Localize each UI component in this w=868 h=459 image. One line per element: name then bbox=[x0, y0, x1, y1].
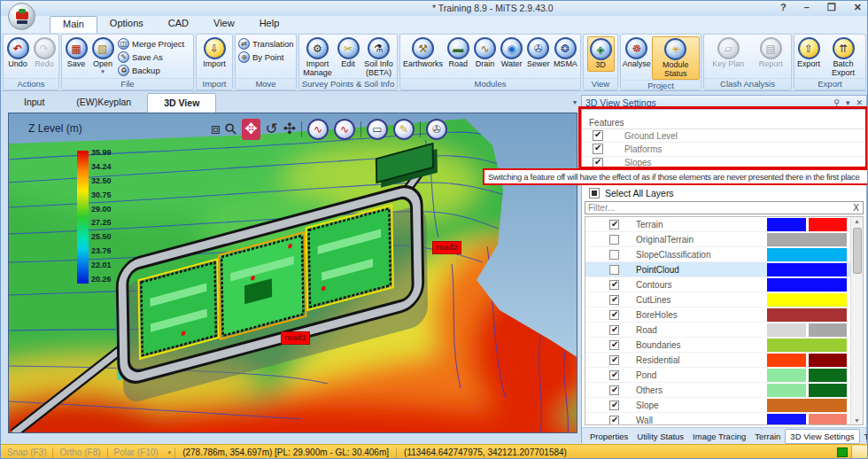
drain-button[interactable]: ∿ Drain bbox=[471, 36, 498, 70]
tab-properties[interactable]: Properties bbox=[585, 430, 632, 443]
tab-3d-view-settings[interactable]: 3D View Settings bbox=[785, 429, 859, 444]
layer-filter-input[interactable]: Filter... X bbox=[585, 201, 864, 214]
3d-button[interactable]: ◈ 3D bbox=[587, 36, 615, 72]
zoom-icon[interactable]: ⚲ bbox=[226, 119, 236, 140]
color-swatch[interactable] bbox=[767, 399, 847, 412]
tab-3d-view[interactable]: 3D View bbox=[147, 93, 216, 113]
open-dropdown-icon[interactable]: ▾ bbox=[101, 69, 105, 74]
batch-export-button[interactable]: ⇈ Batch Export bbox=[822, 36, 864, 78]
color-swatch[interactable] bbox=[767, 369, 806, 382]
menu-tab-help[interactable]: Help bbox=[247, 16, 292, 33]
tab-terrain[interactable]: Terrain bbox=[750, 430, 785, 443]
earthworks-button[interactable]: ⚒ Earthworks bbox=[401, 36, 445, 70]
tab-tracing[interactable]: Tracing bbox=[860, 430, 868, 443]
layer-row-slopeclassification[interactable]: SlopeClassification bbox=[585, 247, 863, 262]
color-swatch[interactable] bbox=[767, 354, 806, 367]
tab-image-tracing[interactable]: Image Tracing bbox=[688, 430, 750, 443]
contour-a-icon[interactable]: ∿ bbox=[307, 119, 329, 140]
close-button[interactable]: ✕ bbox=[854, 2, 862, 13]
help-button[interactable]: ? bbox=[780, 2, 787, 13]
layer-row-boreholes[interactable]: BoreHoles bbox=[585, 307, 863, 323]
translation-button[interactable]: ⇄ Translation bbox=[238, 38, 294, 50]
layer-list-scrollbar[interactable]: ▲ ▼ bbox=[850, 217, 863, 424]
color-swatch[interactable] bbox=[809, 323, 848, 337]
open-button[interactable]: ▧ Open ▾ bbox=[89, 36, 116, 74]
layer-row-residential[interactable]: Residential bbox=[585, 353, 863, 368]
restore-button[interactable]: ❐ bbox=[827, 2, 836, 13]
color-swatch[interactable] bbox=[767, 414, 806, 426]
zoom-extents-icon[interactable]: ✣ bbox=[283, 119, 296, 140]
slopes-checkbox[interactable] bbox=[593, 158, 603, 168]
soil-info-button[interactable]: ⚗ Soil Info (BETA) bbox=[361, 36, 396, 78]
crop-icon[interactable]: ▭ bbox=[367, 119, 388, 140]
menu-tab-view[interactable]: View bbox=[201, 16, 247, 33]
layer-row-contours[interactable]: Contours bbox=[585, 277, 863, 292]
menu-tab-options[interactable]: Options bbox=[97, 16, 156, 33]
color-swatch[interactable] bbox=[767, 323, 806, 337]
snapshot-icon[interactable]: ✇ bbox=[426, 119, 447, 140]
color-swatch[interactable] bbox=[767, 293, 847, 307]
color-swatch[interactable] bbox=[767, 233, 847, 246]
by-point-button[interactable]: ⊕ By Point bbox=[238, 51, 294, 63]
menu-tab-cad[interactable]: CAD bbox=[156, 16, 201, 33]
scrollbar-thumb[interactable] bbox=[853, 228, 862, 274]
color-swatch[interactable] bbox=[767, 384, 806, 397]
annotate-icon[interactable]: ✎ bbox=[393, 119, 415, 140]
layer-row-originalterrain[interactable]: OriginalTerrain bbox=[585, 232, 863, 247]
collapse-icon[interactable]: ▾ bbox=[846, 98, 850, 107]
tab-overflow-icon[interactable]: ▾ bbox=[573, 93, 577, 113]
color-swatch[interactable] bbox=[809, 354, 848, 367]
import-manage-button[interactable]: ⚙ Import Manage bbox=[300, 36, 335, 78]
key-plan-button[interactable]: ▱ Key Plan bbox=[710, 36, 746, 70]
color-swatch[interactable] bbox=[767, 278, 847, 292]
layer-row-others[interactable]: Others bbox=[585, 383, 863, 398]
layer-row-terrain[interactable]: Terrain bbox=[585, 217, 863, 232]
module-status-button[interactable]: ✳ Module Status bbox=[652, 36, 700, 80]
rotate-icon[interactable]: ↺ bbox=[266, 119, 278, 140]
feature-row-ground-level[interactable]: Ground Level bbox=[582, 129, 866, 143]
color-swatch[interactable] bbox=[767, 263, 847, 276]
select-all-layers-row[interactable]: Select All Layers bbox=[582, 186, 866, 199]
backup-button[interactable]: ♻ Backup bbox=[118, 65, 184, 76]
layer-row-slope[interactable]: Slope bbox=[585, 398, 863, 413]
color-swatch[interactable] bbox=[809, 414, 848, 426]
feature-row-platforms[interactable]: Platforms bbox=[582, 143, 866, 156]
sewer-button[interactable]: ✇ Sewer bbox=[525, 36, 552, 70]
undo-button[interactable]: ↶ Undo bbox=[4, 36, 31, 70]
ortho-toggle[interactable]: Ortho (F8) bbox=[53, 447, 106, 457]
color-swatch[interactable] bbox=[767, 248, 847, 261]
save-as-button[interactable]: ✎ Save As bbox=[118, 51, 184, 63]
contour-b-icon[interactable]: ∿ bbox=[334, 119, 355, 140]
merge-project-button[interactable]: ◫ Merge Project bbox=[118, 38, 184, 50]
layer-row-boundaries[interactable]: Boundaries bbox=[585, 338, 863, 353]
import-button[interactable]: ⇩ Import bbox=[201, 36, 228, 70]
statusbar-dropdown-icon[interactable]: ▾ bbox=[165, 449, 175, 456]
menu-tab-main[interactable]: Main bbox=[50, 16, 97, 33]
tab-ew-keyplan[interactable]: (EW)Keyplan bbox=[60, 93, 147, 113]
app-logo-icon[interactable] bbox=[8, 3, 35, 30]
polar-toggle[interactable]: Polar (F10) bbox=[108, 447, 165, 457]
road-button[interactable]: ▬ Road bbox=[445, 36, 471, 70]
platforms-checkbox[interactable] bbox=[593, 144, 603, 154]
color-swatch[interactable] bbox=[767, 308, 847, 322]
layer-row-wall[interactable]: Wall bbox=[585, 413, 863, 425]
tab-utility-status[interactable]: Utility Status bbox=[632, 430, 688, 443]
color-swatch[interactable] bbox=[809, 218, 848, 231]
save-button[interactable]: ▦ Save bbox=[63, 36, 89, 70]
edit-button[interactable]: ✂ Edit bbox=[335, 36, 361, 70]
scroll-down-icon[interactable]: ▼ bbox=[854, 417, 860, 424]
color-swatch[interactable] bbox=[809, 384, 848, 397]
layer-list[interactable]: Terrain OriginalTerrain SlopeClassificat… bbox=[585, 216, 864, 425]
pin-icon[interactable]: ⚲ bbox=[833, 98, 840, 107]
zoom-window-icon[interactable]: ⧈ bbox=[211, 119, 221, 140]
select-all-checkbox[interactable] bbox=[589, 188, 600, 198]
minimize-button[interactable]: – bbox=[804, 2, 810, 13]
snap-toggle[interactable]: Snap (F3) bbox=[1, 447, 52, 457]
layer-row-pointcloud[interactable]: PointCloud bbox=[585, 262, 863, 277]
color-swatch[interactable] bbox=[767, 218, 806, 231]
filter-clear-button[interactable]: X bbox=[853, 203, 859, 213]
water-button[interactable]: ◉ Water bbox=[499, 36, 525, 70]
pan-icon[interactable]: ✥ bbox=[242, 119, 260, 140]
tab-input[interactable]: Input bbox=[8, 93, 60, 113]
redo-button[interactable]: ↷ Redo bbox=[31, 36, 58, 70]
